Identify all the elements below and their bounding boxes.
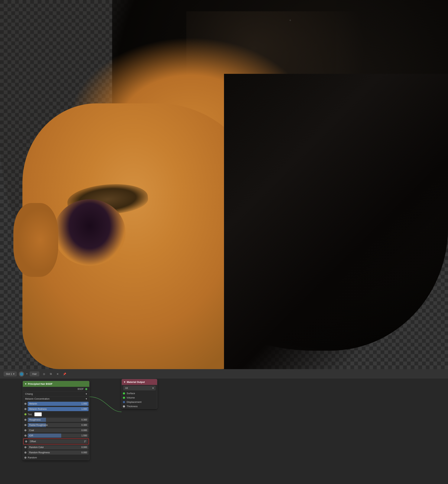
ior-label: IOR	[29, 434, 81, 437]
thickness-socket-row: Thickness	[122, 404, 157, 408]
radial-roughness-input-socket[interactable]	[24, 424, 27, 426]
melanin-redness-label: Melanin Redness	[29, 408, 81, 410]
random-color-value: 0.000	[81, 446, 87, 449]
bsdf-output-label: BSDF	[78, 388, 84, 390]
bsdf-output-row: BSDF	[23, 387, 89, 391]
offset-input-socket[interactable]	[25, 440, 27, 443]
bsdf-output-socket[interactable]	[85, 388, 88, 390]
offset-label: Offset	[30, 440, 84, 443]
surface-label: Surface	[127, 392, 135, 395]
melanin-slider-value: 1.000	[81, 403, 87, 405]
random-roughness-input-socket[interactable]	[24, 452, 27, 454]
render-engine-icon[interactable]: 🌐	[19, 371, 24, 377]
random-roughness-slider-row: Random Roughness 0.000	[23, 450, 89, 455]
melanin-input-socket[interactable]	[24, 403, 27, 405]
ior-input-socket[interactable]	[24, 435, 27, 437]
radial-roughness-value: 0.300	[81, 424, 87, 426]
tint-color-swatch[interactable]	[34, 412, 42, 416]
roughness-input-socket[interactable]	[24, 419, 27, 421]
ior-slider[interactable]: IOR 1.550	[28, 434, 88, 438]
coat-label: Coat	[29, 429, 81, 432]
node-canvas[interactable]: ▾ Principled Hair BSDF BSDF Chiang ▾ Mel…	[0, 379, 448, 484]
ior-slider-row: IOR 1.550	[23, 433, 89, 438]
copy-icon[interactable]: ⧉	[48, 371, 54, 377]
material-output-node: ▾ Material Output All ▾ Surface Volume	[121, 379, 157, 409]
thickness-input-socket[interactable]	[123, 405, 125, 408]
engine-dropdown-arrow: ▾	[26, 373, 27, 375]
material-selector[interactable]: Hair	[30, 372, 39, 376]
fake-user-icon[interactable]: ⊙	[41, 371, 47, 377]
melanin-slider[interactable]: Melanin 1.000	[28, 402, 88, 406]
coat-value: 0.000	[81, 429, 87, 432]
random-roughness-value: 0.000	[81, 451, 87, 454]
radial-roughness-label: Radial Roughness	[29, 424, 81, 426]
roughness-slider-row: Roughness 0.300	[23, 417, 89, 422]
random-color-label: Random Color	[29, 446, 81, 449]
slot-selector[interactable]: Slot 1 ▾	[4, 372, 16, 376]
target-dropdown-arrow: ▾	[152, 387, 154, 389]
random-color-slider-row: Random Color 0.000	[23, 445, 89, 450]
melanin-redness-value: 1.000	[81, 408, 87, 410]
node-editor-toolbar: Slot 1 ▾ 🌐 ▾ Hair ⊙ ⧉ ✕ 📌	[0, 369, 448, 379]
radial-roughness-slider[interactable]: Radial Roughness 0.300	[28, 423, 88, 427]
melanin-redness-slider-row: Melanin Redness 1.000	[23, 406, 89, 412]
random-roughness-label: Random Roughness	[29, 451, 81, 454]
roughness-slider[interactable]: Roughness 0.300	[28, 418, 88, 422]
material-output-header[interactable]: ▾ Material Output	[122, 379, 157, 385]
colormodel-dropdown-arrow: ▾	[86, 397, 87, 400]
tint-row: Tint	[23, 412, 89, 417]
radial-roughness-slider-row: Radial Roughness 0.300	[23, 422, 89, 428]
node-header[interactable]: ▾ Principled Hair BSDF	[23, 381, 89, 387]
offset-slider[interactable]: Offset 2°	[28, 439, 88, 444]
node-title: Principled Hair BSDF	[28, 382, 53, 385]
coat-slider[interactable]: Coat 0.000	[28, 428, 88, 432]
material-output-collapse-arrow: ▾	[124, 381, 125, 383]
material-name: Hair	[32, 373, 37, 375]
slot-label: Slot 1	[6, 373, 12, 375]
slot-dropdown-arrow: ▾	[13, 373, 15, 375]
melanin-redness-input-socket[interactable]	[24, 408, 27, 410]
delete-icon[interactable]: ✕	[55, 371, 60, 377]
offset-value: 2°	[84, 440, 86, 443]
model-dropdown-arrow: ▾	[86, 392, 87, 395]
volume-socket-row: Volume	[122, 396, 157, 400]
melanin-slider-row: Melanin 1.000	[23, 401, 89, 406]
colormodel-section-row: Melanin Concentration ▾	[23, 397, 89, 401]
coat-input-socket[interactable]	[24, 429, 27, 431]
displacement-socket-row: Displacement	[122, 400, 157, 404]
tint-input-socket[interactable]	[24, 413, 27, 415]
offset-slider-row: Offset 2°	[23, 438, 89, 444]
surface-socket-row: Surface	[122, 391, 157, 396]
displacement-label: Displacement	[127, 401, 142, 403]
roughness-label: Roughness	[29, 419, 81, 421]
target-dropdown-label: All	[125, 387, 128, 389]
node-editor-panel: Slot 1 ▾ 🌐 ▾ Hair ⊙ ⧉ ✕ 📌 ▾ Principled H…	[0, 369, 448, 484]
target-dropdown[interactable]: All ▾	[123, 386, 156, 390]
displacement-input-socket[interactable]	[123, 401, 125, 403]
toolbar-action-icons: ⊙ ⧉ ✕ 📌	[41, 371, 67, 377]
coat-slider-row: Coat 0.000	[23, 428, 89, 433]
viewport-crosshair: +	[289, 18, 291, 22]
random-section-row: Random	[23, 455, 89, 460]
roughness-value: 0.300	[81, 419, 87, 421]
material-output-title: Material Output	[127, 381, 145, 383]
collapse-arrow: ▾	[25, 382, 26, 385]
random-input-socket[interactable]	[24, 457, 27, 459]
ior-value: 1.550	[81, 434, 87, 437]
random-color-input-socket[interactable]	[24, 446, 27, 448]
volume-label: Volume	[127, 396, 135, 399]
melanin-redness-slider[interactable]: Melanin Redness 1.000	[28, 407, 88, 411]
random-color-slider[interactable]: Random Color 0.000	[28, 445, 88, 449]
colormodel-label: Melanin Concentration	[25, 397, 49, 400]
random-roughness-slider[interactable]: Random Roughness 0.000	[28, 451, 88, 455]
principled-hair-bsdf-node: ▾ Principled Hair BSDF BSDF Chiang ▾ Mel…	[23, 381, 89, 460]
pin-icon[interactable]: 📌	[62, 371, 67, 377]
thickness-label: Thickness	[127, 405, 138, 408]
volume-input-socket[interactable]	[123, 397, 125, 399]
surface-input-socket[interactable]	[123, 392, 125, 395]
model-dropdown-row: Chiang ▾	[23, 391, 89, 396]
viewport-3d: +	[0, 0, 448, 369]
model-label: Chiang	[25, 392, 33, 395]
random-label: Random	[28, 456, 37, 459]
melanin-slider-label: Melanin	[29, 403, 81, 405]
